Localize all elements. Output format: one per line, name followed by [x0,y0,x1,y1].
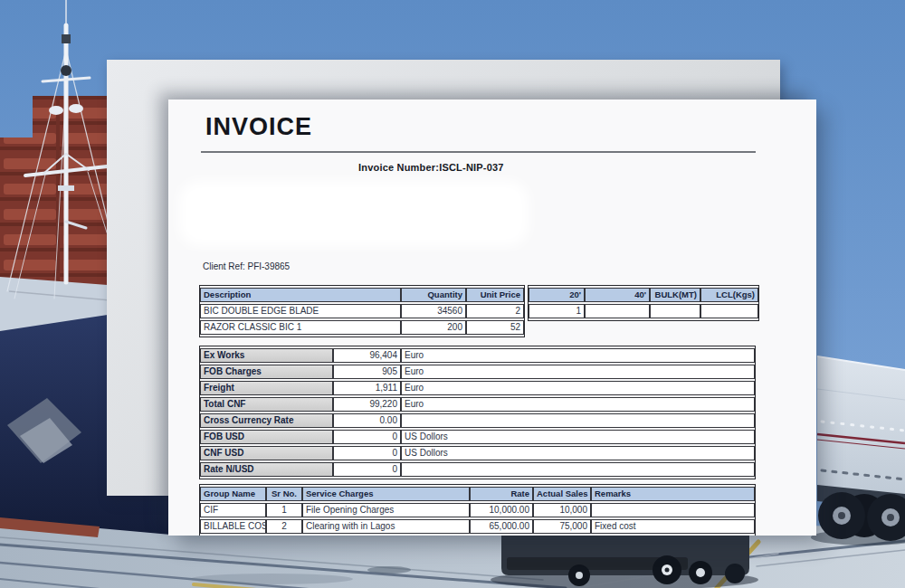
invoice-number: Invoice Number:ISCL-NIP-037 [358,162,504,173]
services-col-sr: Sr No. [266,487,302,501]
charge-value: 1,911 [333,381,401,395]
item-unit-price: 52 [466,320,524,335]
items-table: Description Quantity Unit Price BIC DOUB… [199,285,525,337]
service-actual: 75,000 [533,519,591,534]
charge-unit: Euro [401,365,755,379]
charge-value: 0 [333,462,401,477]
service-row: BILLABLE COSTS 2 Clearing with in Lagos … [200,519,755,534]
container-table: 20' 40' BULK(MT) LCL(Kgs) 1 [528,285,759,321]
container-header-row: 20' 40' BULK(MT) LCL(Kgs) [529,288,758,302]
charge-value: 905 [333,365,401,379]
service-remarks [591,503,755,517]
charge-unit: US Dollors [401,446,755,460]
charge-value: 0 [333,430,401,444]
charge-label: Total CNF [200,397,333,412]
service-row: CIF 1 File Opening Charges 10,000.00 10,… [200,503,755,517]
charge-label: Cross Currency Rate [200,413,333,428]
charge-value: 99,220 [333,397,401,412]
service-remarks: Fixed cost [591,519,755,534]
charge-label: Freight [200,381,333,395]
services-col-remarks: Remarks [591,487,755,501]
charge-unit: Euro [401,348,755,363]
container-lcl-value [700,304,758,318]
container-row: 1 [529,304,758,318]
charge-label: FOB Charges [200,365,333,379]
container-col-20: 20' [529,288,585,302]
screenshot-canvas: INVOICE Invoice Number:ISCL-NIP-037 Clie… [0,0,905,588]
charges-row: Cross Currency Rate 0.00 [200,413,755,428]
service-rate: 65,000.00 [470,519,533,534]
services-header-row: Group Name Sr No. Service Charges Rate A… [200,487,755,501]
services-col-group: Group Name [200,487,266,501]
charge-value: 0 [333,446,401,460]
charge-label: FOB USD [200,430,333,444]
charges-row: CNF USD 0 US Dollors [200,446,755,460]
title-divider [201,151,756,153]
services-col-service: Service Charges [302,487,470,501]
highlight-strip [188,190,519,237]
page-title: INVOICE [205,113,312,141]
container-col-40: 40' [585,288,650,302]
items-col-quantity: Quantity [401,288,466,302]
charges-row: Ex Works 96,404 Euro [200,348,755,363]
item-description: RAZOR CLASSIC BIC 1 [200,320,401,335]
invoice-page: INVOICE Invoice Number:ISCL-NIP-037 Clie… [168,100,816,536]
charge-unit: US Dollors [401,430,755,444]
charge-unit [401,462,755,477]
service-sr: 1 [266,503,302,517]
services-col-actual: Actual Sales [533,487,591,501]
service-sr: 2 [266,519,302,534]
items-header-row: Description Quantity Unit Price [200,288,524,302]
charge-label: Rate N/USD [200,462,333,477]
charges-row: Total CNF 99,220 Euro [200,397,755,412]
item-description: BIC DOUBLE EDGE BLADE [200,304,401,318]
charge-label: CNF USD [200,446,333,460]
truck-wheels [818,492,905,541]
container-col-bulk: BULK(MT) [650,288,700,302]
service-group: CIF [200,503,266,517]
charges-row: Rate N/USD 0 [200,462,755,477]
client-ref: Client Ref: PFI-39865 [203,261,290,271]
container-20-value: 1 [529,304,585,318]
truck-trailer [811,356,905,545]
services-col-rate: Rate [470,487,533,501]
items-col-unit-price: Unit Price [466,288,524,302]
container-bulk-value [650,304,700,318]
item-row: RAZOR CLASSIC BIC 1 200 52 [200,320,524,335]
items-col-description: Description [200,288,401,302]
charge-value: 96,404 [333,348,401,363]
container-40-value [585,304,650,318]
item-row: BIC DOUBLE EDGE BLADE 34560 2 [200,304,524,318]
container-col-lcl: LCL(Kgs) [700,288,758,302]
dark-vehicle [491,532,758,588]
charges-table: Ex Works 96,404 Euro FOB Charges 905 Eur… [199,346,756,479]
item-unit-price: 2 [466,304,524,318]
charge-unit [401,413,755,428]
service-name: Clearing with in Lagos [302,519,470,534]
charges-row: Freight 1,911 Euro [200,381,755,395]
charge-unit: Euro [401,397,755,412]
service-actual: 10,000 [533,503,591,517]
services-table: Group Name Sr No. Service Charges Rate A… [199,484,756,536]
service-rate: 10,000.00 [470,503,533,517]
charge-label: Ex Works [200,348,333,363]
charges-row: FOB USD 0 US Dollors [200,430,755,444]
charge-value: 0.00 [333,413,401,428]
service-group: BILLABLE COSTS [200,519,266,534]
service-name: File Opening Charges [302,503,470,517]
item-quantity: 34560 [401,304,466,318]
charge-unit: Euro [401,381,755,395]
item-quantity: 200 [401,320,466,335]
charges-row: FOB Charges 905 Euro [200,365,755,379]
